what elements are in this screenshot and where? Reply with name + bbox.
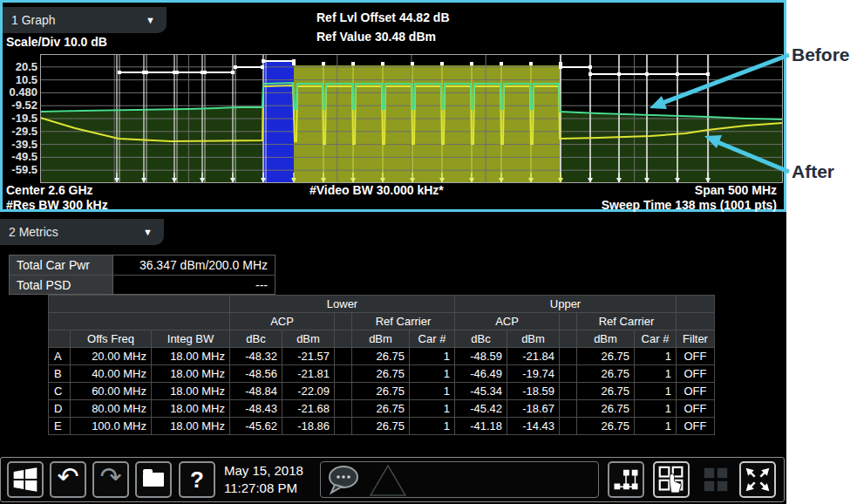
acp-value-cell: -18.86 bbox=[282, 418, 335, 435]
total-car-pwr-label: Total Car Pwr bbox=[10, 255, 112, 275]
acp-subgroup-header-row: ACP Ref Carrier ACP Ref Carrier bbox=[49, 313, 715, 330]
ref-dbm-header: dBm bbox=[352, 330, 410, 348]
offset-id-cell: A bbox=[49, 348, 71, 365]
acp-value-cell: -21.84 bbox=[507, 348, 560, 365]
span-label: Span 500 MHz bbox=[695, 183, 777, 197]
system-config-button[interactable] bbox=[608, 461, 644, 498]
acp-value-cell: 1 bbox=[635, 418, 677, 435]
acp-value-cell: 26.75 bbox=[352, 348, 410, 365]
acp-value-cell: OFF bbox=[677, 348, 715, 365]
acp-value-cell: -45.42 bbox=[455, 400, 507, 418]
undo-button[interactable]: ↶ bbox=[50, 461, 86, 498]
acp-value-cell: 60.00 MHz bbox=[71, 383, 152, 400]
before-label: Before bbox=[792, 44, 850, 65]
y-axis-tick-label: -29.5 bbox=[3, 125, 37, 138]
acp-value-cell: 18.00 MHz bbox=[152, 365, 230, 383]
window-layout-button-disabled bbox=[697, 461, 734, 498]
acp-value-cell: 40.00 MHz bbox=[71, 365, 152, 383]
graph-window-selector[interactable]: 1 Graph ▼ bbox=[3, 7, 167, 33]
question-mark-icon: ? bbox=[190, 467, 204, 494]
help-button[interactable]: ? bbox=[179, 461, 215, 498]
acp-value-cell: -48.59 bbox=[455, 348, 507, 365]
acp-value-cell: 26.75 bbox=[577, 418, 635, 435]
y-axis-tick-label: -19.5 bbox=[3, 112, 37, 125]
lower-group-header: Lower bbox=[230, 296, 455, 313]
acp-value-cell: 26.75 bbox=[577, 365, 635, 383]
acp-value-cell: 1 bbox=[410, 383, 455, 400]
acp-value-cell: 1 bbox=[410, 418, 455, 435]
spacer-cell bbox=[560, 418, 577, 435]
acp-value-cell: -48.84 bbox=[230, 383, 282, 400]
offset-id-cell: C bbox=[49, 383, 71, 400]
windows-logo-icon bbox=[11, 466, 39, 494]
redo-button[interactable]: ↷ bbox=[92, 461, 129, 498]
offset-id-cell: B bbox=[49, 365, 71, 383]
acp-value-cell: -19.74 bbox=[507, 365, 560, 383]
video-bw-label: #Video BW 30.000 kHz* bbox=[309, 183, 444, 197]
acp-value-cell: -18.67 bbox=[507, 400, 560, 418]
y-axis-tick-label: -49.5 bbox=[3, 150, 37, 163]
expand-arrows-icon bbox=[745, 467, 771, 493]
acp-value-cell: 26.75 bbox=[352, 365, 410, 383]
windows-start-button[interactable] bbox=[7, 461, 44, 498]
offset-id-cell: D bbox=[49, 400, 71, 418]
spectrum-plot[interactable] bbox=[40, 54, 783, 183]
fullscreen-button[interactable] bbox=[739, 461, 776, 498]
graph-window-selector-label: 1 Graph bbox=[11, 13, 56, 27]
file-button[interactable] bbox=[135, 461, 172, 498]
y-axis-tick-label: 10.5 bbox=[3, 73, 37, 86]
triangle-outline-icon bbox=[366, 463, 410, 498]
center-freq-label: Center 2.6 GHz bbox=[6, 183, 93, 197]
acp-value-cell: 26.75 bbox=[352, 400, 410, 418]
y-axis-tick-label: 0.480 bbox=[3, 85, 37, 99]
metrics-window-selector-label: 2 Metrics bbox=[9, 225, 58, 239]
taskbar: ↶ ↷ ? May 15, 2018 11:27:08 PM bbox=[0, 457, 785, 502]
car-header: Car # bbox=[410, 330, 455, 348]
acp-value-cell: 26.75 bbox=[577, 348, 635, 365]
car-header: Car # bbox=[635, 330, 677, 348]
acp-value-cell: 20.00 MHz bbox=[71, 348, 152, 365]
acp-column-header-row: Offs Freq Integ BW dBc dBm dBm Car # dBc… bbox=[49, 330, 715, 348]
graph-window: 1 Graph ▼ Scale/Div 10.0 dB Ref Lvl Offs… bbox=[0, 0, 786, 212]
y-axis-tick-label: -59.5 bbox=[3, 163, 37, 176]
offs-freq-header: Offs Freq bbox=[71, 330, 152, 348]
scale-div-label: Scale/Div 10.0 dB bbox=[6, 35, 107, 49]
acp-table-row: D80.00 MHz18.00 MHz-48.43-21.6826.751-45… bbox=[49, 400, 715, 418]
total-car-pwr-value: 36.347 dBm/200.0 MHz bbox=[112, 255, 275, 275]
acp-value-cell: -45.62 bbox=[230, 418, 282, 435]
upper-group-header: Upper bbox=[455, 296, 677, 313]
total-car-pwr-row: Total Car Pwr 36.347 dBm/200.0 MHz bbox=[10, 255, 275, 275]
total-psd-label: Total PSD bbox=[10, 275, 112, 294]
totals-table: Total Car Pwr 36.347 dBm/200.0 MHz Total… bbox=[9, 255, 275, 295]
annotation-area[interactable] bbox=[320, 461, 599, 498]
time-text: 11:27:08 PM bbox=[224, 480, 303, 497]
acp-value-cell: 18.00 MHz bbox=[152, 383, 230, 400]
acp-value-cell: 18.00 MHz bbox=[152, 418, 230, 435]
acp-value-cell: -45.34 bbox=[455, 383, 507, 400]
acp-value-cell: -48.56 bbox=[230, 365, 282, 383]
y-axis-tick-label: -9.52 bbox=[3, 99, 37, 112]
acp-value-cell: 1 bbox=[635, 400, 677, 418]
datetime-display: May 15, 2018 11:27:08 PM bbox=[224, 462, 303, 497]
acp-value-cell: 100.0 MHz bbox=[71, 418, 152, 435]
select-window-button[interactable] bbox=[653, 461, 690, 498]
dbc-header: dBc bbox=[230, 330, 282, 348]
spacer-cell bbox=[335, 418, 352, 435]
sweep-time-label: Sweep Time 138 ms (1001 pts) bbox=[602, 198, 777, 212]
acp-value-cell: 1 bbox=[635, 383, 677, 400]
dbc-header: dBc bbox=[455, 330, 507, 348]
filter-header: Filter bbox=[677, 330, 715, 348]
acp-value-cell: OFF bbox=[677, 365, 715, 383]
acp-table: Lower Upper ACP Ref Carrier ACP Ref Carr… bbox=[48, 295, 715, 435]
metrics-window-selector[interactable]: 2 Metrics ▼ bbox=[0, 219, 164, 245]
integ-bw-header: Integ BW bbox=[152, 330, 230, 348]
acp-value-cell: 18.00 MHz bbox=[152, 348, 230, 365]
acp-table-row: C60.00 MHz18.00 MHz-48.84-22.0926.751-45… bbox=[49, 383, 715, 400]
spacer-cell bbox=[335, 400, 352, 418]
total-psd-value: --- bbox=[112, 275, 275, 294]
window-grid-hand-icon bbox=[658, 466, 684, 494]
metrics-window: 2 Metrics ▼ Total Car Pwr 36.347 dBm/200… bbox=[0, 215, 786, 455]
acp-value-cell: -21.68 bbox=[282, 400, 335, 418]
acp-value-cell: 80.00 MHz bbox=[71, 400, 152, 418]
acp-value-cell: 1 bbox=[635, 348, 677, 365]
